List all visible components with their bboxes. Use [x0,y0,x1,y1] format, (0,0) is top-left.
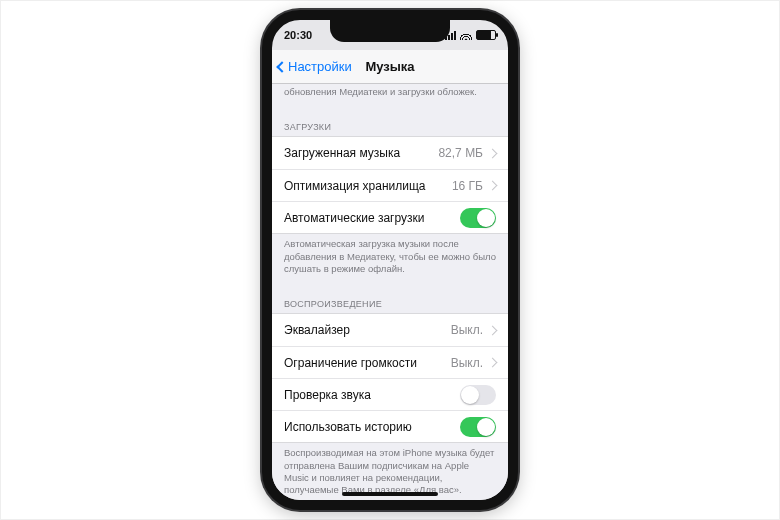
row-label: Оптимизация хранилища [284,179,426,193]
back-label: Настройки [288,59,352,74]
row-auto-downloads: Автоматические загрузки [272,201,508,233]
row-sound-check: Проверка звука [272,378,508,410]
wifi-icon [460,30,472,40]
notch [330,20,450,42]
group-playback: Эквалайзер Выкл. Ограничение громкости В… [272,313,508,443]
chevron-left-icon [276,61,287,72]
row-label: Автоматические загрузки [284,211,424,225]
chevron-right-icon [488,148,498,158]
row-label: Использовать историю [284,420,412,434]
row-value: Выкл. [451,323,483,337]
home-indicator[interactable] [342,492,438,496]
iphone-frame: 20:30 Настройки Музыка обновления Медиат… [262,10,518,510]
row-label: Ограничение громкости [284,356,417,370]
row-value: 16 ГБ [452,179,483,193]
nav-bar: Настройки Музыка [272,50,508,84]
footer-downloads: Автоматическая загрузка музыки после доб… [272,234,508,283]
chevron-right-icon [488,181,498,191]
row-equalizer[interactable]: Эквалайзер Выкл. [272,314,508,346]
row-label: Эквалайзер [284,323,350,337]
truncated-footer: обновления Медиатеки и загрузки обложек. [272,84,508,106]
back-button[interactable]: Настройки [272,59,352,74]
toggle-use-history[interactable] [460,417,496,437]
battery-icon [476,30,496,40]
settings-scroll[interactable]: обновления Медиатеки и загрузки обложек.… [272,84,508,500]
section-header-downloads: ЗАГРУЗКИ [272,106,508,136]
status-right [445,30,496,40]
chevron-right-icon [488,325,498,335]
toggle-sound-check[interactable] [460,385,496,405]
row-downloaded-music[interactable]: Загруженная музыка 82,7 МБ [272,137,508,169]
canvas: 20:30 Настройки Музыка обновления Медиат… [0,0,780,520]
row-optimize-storage[interactable]: Оптимизация хранилища 16 ГБ [272,169,508,201]
row-value: 82,7 МБ [438,146,483,160]
chevron-right-icon [488,358,498,368]
toggle-auto-downloads[interactable] [460,208,496,228]
section-header-playback: ВОСПРОИЗВЕДЕНИЕ [272,283,508,313]
row-value: Выкл. [451,356,483,370]
status-time: 20:30 [284,29,312,41]
row-use-history: Использовать историю [272,410,508,442]
row-volume-limit[interactable]: Ограничение громкости Выкл. [272,346,508,378]
group-downloads: Загруженная музыка 82,7 МБ Оптимизация х… [272,136,508,234]
row-label: Загруженная музыка [284,146,400,160]
row-label: Проверка звука [284,388,371,402]
